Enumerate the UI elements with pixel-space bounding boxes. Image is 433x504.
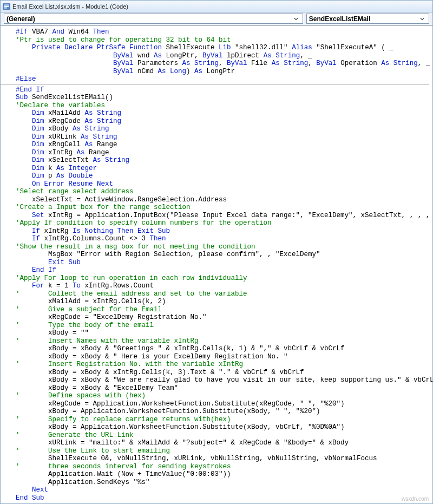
- code-editor[interactable]: #If VBA7 And Win64 Then 'Ptr is used to …: [1, 25, 432, 503]
- procedure-combobox[interactable]: SendExcelListEMail: [306, 14, 429, 24]
- code-window: Email Excel List.xlsx.xlsm - Module1 (Co…: [0, 0, 433, 504]
- svg-rect-1: [4, 4, 9, 5]
- object-combobox-label: (General): [6, 15, 292, 23]
- app-icon: [3, 3, 10, 10]
- window-titlebar[interactable]: Email Excel List.xlsx.xlsm - Module1 (Co…: [1, 1, 432, 12]
- window-title: Email Excel List.xlsx.xlsm - Module1 (Co…: [12, 3, 128, 10]
- chevron-down-icon[interactable]: [292, 14, 300, 23]
- dropdown-row: (General) SendExcelListEMail: [1, 12, 432, 25]
- code-content[interactable]: #If VBA7 And Win64 Then 'Ptr is used to …: [1, 26, 432, 503]
- watermark: wsxdn.com: [402, 496, 429, 502]
- section-divider: [1, 84, 429, 85]
- procedure-combobox-label: SendExcelListEMail: [309, 15, 418, 23]
- chevron-down-icon[interactable]: [418, 14, 427, 23]
- object-combobox[interactable]: (General): [4, 14, 303, 24]
- svg-rect-2: [4, 6, 9, 7]
- svg-rect-3: [4, 7, 7, 8]
